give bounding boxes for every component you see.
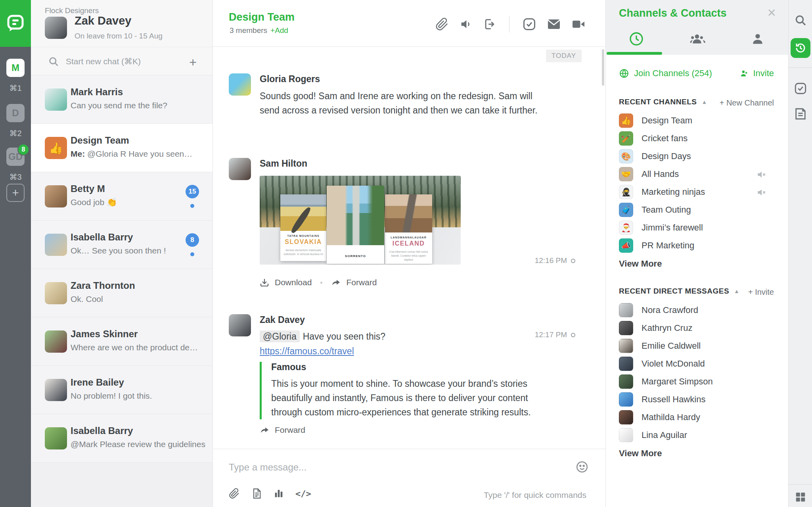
channel-name: All Hands <box>642 169 679 179</box>
list-item[interactable]: 🧳 Team Outing <box>606 201 788 219</box>
forward-button[interactable]: Forward <box>275 425 305 435</box>
dot-separator <box>320 282 322 284</box>
list-item[interactable]: Nora Crawford <box>606 302 788 319</box>
forward-icon[interactable] <box>260 425 269 435</box>
list-item[interactable]: 🏏 Cricket fans <box>606 130 788 148</box>
notes-rail-icon[interactable] <box>794 107 807 121</box>
message-timestamp: 12:16 PM <box>535 256 575 265</box>
dm-name: Nora Crawford <box>642 305 698 315</box>
view-more-channels[interactable]: View More <box>619 259 662 269</box>
add-member-button[interactable]: +Add <box>270 26 288 35</box>
thumbs-up-icon: 👍 <box>621 116 631 125</box>
muted-icon[interactable] <box>756 187 766 198</box>
leave-channel-icon[interactable] <box>483 17 496 31</box>
attach-file-icon[interactable] <box>229 488 240 499</box>
sidebar-header: Flock Designers Zak Davey On leave from … <box>31 0 213 47</box>
channel-name: Marketing ninjas <box>642 187 705 197</box>
workspace-m[interactable]: M <box>6 59 25 77</box>
download-button[interactable]: Download <box>275 278 312 287</box>
list-item[interactable]: James Skinner Where are we on the produc… <box>31 317 213 366</box>
list-item[interactable]: Margaret Simpson <box>606 373 788 391</box>
list-item[interactable]: 🎅 Jimmi’s farewell <box>606 219 788 237</box>
search-bar: + <box>31 47 213 75</box>
list-item[interactable]: 🥷 Marketing ninjas <box>606 183 788 201</box>
list-item[interactable]: 📣 PR Marketing <box>606 237 788 255</box>
workspace-d[interactable]: D <box>6 104 25 122</box>
todo-icon[interactable] <box>522 17 536 31</box>
chat-name: Isabella Barry <box>71 232 133 243</box>
list-item[interactable]: Irene Bailey No problem! I got this. <box>31 366 213 414</box>
dm-invite-button[interactable]: + Invite <box>748 288 774 297</box>
todo-rail-icon[interactable] <box>794 82 807 95</box>
code-snippet-icon[interactable]: </> <box>295 489 311 499</box>
invite-button[interactable]: Invite <box>739 68 774 79</box>
mention-chip[interactable]: @Gloria <box>260 330 300 342</box>
new-channel-button[interactable]: + New Channel <box>720 98 774 108</box>
shared-link[interactable]: https://famous.co/travel <box>260 346 354 357</box>
forward-button[interactable]: Forward <box>346 278 377 287</box>
note-icon[interactable] <box>251 488 262 499</box>
attach-icon[interactable] <box>435 17 449 31</box>
message-input[interactable] <box>229 459 538 475</box>
unread-badge: 8 <box>186 233 199 247</box>
avatar: 👍 <box>619 113 633 128</box>
chat-preview: Me: @Gloria R Have you seen… <box>71 149 192 159</box>
list-item[interactable]: Violet McDonald <box>606 355 788 373</box>
workspace-gd[interactable]: GD 8 <box>6 148 25 166</box>
list-item[interactable]: 👍 Design Team <box>606 112 788 130</box>
list-item[interactable]: Russell Hawkins <box>606 391 788 409</box>
new-chat-plus-icon[interactable]: + <box>189 55 197 70</box>
page-title: Design Team <box>229 11 295 23</box>
emoji-icon[interactable] <box>575 460 589 474</box>
flock-logo[interactable] <box>0 0 31 47</box>
tab-contacts[interactable] <box>727 31 788 48</box>
poll-icon[interactable] <box>273 488 284 499</box>
recent-dms-header[interactable]: RECENT DIRECT MESSAGES▲ <box>619 287 739 296</box>
search-icon[interactable] <box>794 14 807 27</box>
chat-preview: Ok… See you soon then ! <box>71 246 166 255</box>
tab-recent[interactable] <box>606 31 666 48</box>
list-item[interactable]: Mark Harris Can you send me the file? <box>31 75 213 124</box>
video-call-icon[interactable] <box>571 17 586 31</box>
forward-icon[interactable] <box>331 278 341 287</box>
list-item[interactable]: Emilie Caldwell <box>606 337 788 355</box>
chat-name: James Skinner <box>71 328 138 340</box>
poster-sorrento: SORRENTO <box>327 186 384 264</box>
recent-channels-header[interactable]: RECENT CHANNELS▲ <box>619 98 707 106</box>
search-input[interactable] <box>66 54 185 69</box>
list-item[interactable]: Lina Aguilar <box>606 426 788 444</box>
recent-history-button[interactable] <box>791 38 810 58</box>
add-workspace-button[interactable]: + <box>6 184 25 202</box>
view-more-dms[interactable]: View More <box>619 448 662 459</box>
list-item[interactable]: 🎨 Design Days <box>606 148 788 165</box>
download-icon[interactable] <box>260 278 269 287</box>
unread-dot <box>190 204 194 208</box>
link-preview[interactable]: Famous This is your moment to shine. To … <box>260 362 561 419</box>
avatar <box>619 339 633 353</box>
list-item[interactable]: Mathilda Hardy <box>606 409 788 426</box>
list-item[interactable]: Isabella Barry @Mark Please review the g… <box>31 414 213 463</box>
list-item[interactable]: Zara Thornton Ok. Cool <box>31 269 213 317</box>
image-attachment[interactable]: TATRA MOUNTAINS SLOVAKIA Aenean elementu… <box>260 176 461 265</box>
tab-channels[interactable] <box>666 31 727 48</box>
apps-grid-icon[interactable] <box>795 491 806 503</box>
list-item[interactable]: Isabella Barry Ok… See you soon then ! 8 <box>31 221 213 269</box>
message-text: @GloriaHave you seen this? <box>260 329 549 344</box>
avatar <box>45 379 67 401</box>
speaker-icon[interactable] <box>459 17 473 31</box>
join-channels-button[interactable]: Join Channels (254) <box>619 68 712 79</box>
search-icon <box>48 56 59 67</box>
list-item[interactable]: Kathryn Cruz <box>606 319 788 337</box>
scrollbar-thumb[interactable] <box>602 49 604 86</box>
channel-name: Team Outing <box>642 205 691 215</box>
list-item[interactable]: Betty M Good job 👏 15 <box>31 172 213 221</box>
list-item[interactable]: 🤝 All Hands <box>606 165 788 183</box>
avatar[interactable] <box>45 17 67 39</box>
muted-icon[interactable] <box>756 169 766 180</box>
close-icon[interactable]: ✕ <box>767 6 776 19</box>
avatar <box>45 427 67 449</box>
list-item-selected[interactable]: 👍 Design Team Me: @Gloria R Have you see… <box>31 124 213 172</box>
message-text: Sounds good! Sam and Irene are working o… <box>260 89 549 117</box>
chat-preview: Where are we on the product de… <box>71 343 198 352</box>
mail-icon[interactable] <box>547 17 561 31</box>
